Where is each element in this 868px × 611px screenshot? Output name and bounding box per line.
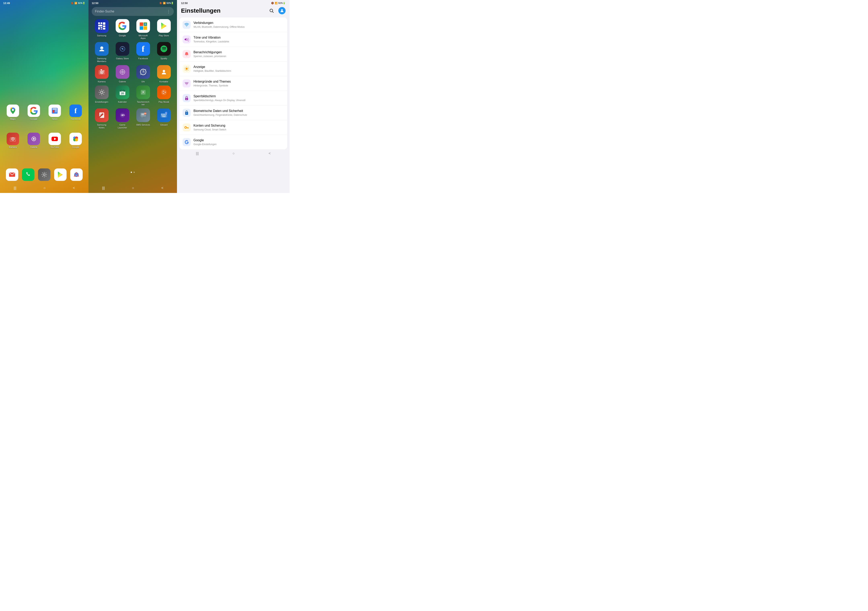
galerie-icon	[28, 133, 40, 145]
dock-playstore[interactable]	[54, 169, 67, 181]
wifi-icon: 📶	[74, 2, 77, 5]
drawer-app-kontakte[interactable]: Kontakte	[155, 65, 173, 83]
settings-item-biometrie[interactable]: Biometrische Daten und Sicherheit Gesich…	[180, 105, 287, 120]
kontakte-icon	[157, 65, 171, 79]
app-galerie-home[interactable]: Galerie	[25, 133, 43, 148]
settings-item-themes[interactable]: Hintergründe und Themes Hintergründe, Th…	[180, 76, 287, 91]
drawer-app-galaxystore[interactable]: Galaxy Store	[113, 42, 132, 62]
settings-header-icons	[268, 7, 285, 14]
smsservices-label: SMS Services	[136, 124, 150, 126]
settings-search-btn[interactable]	[268, 7, 275, 14]
verbindungen-icon-wrap	[183, 21, 191, 29]
drawer-app-spotify[interactable]: Spotify	[155, 42, 173, 62]
drawer-app-google[interactable]: Google	[113, 19, 132, 40]
settings-item-sperrbildschirm[interactable]: Sperrbildschirm Sperrbildschirmtyp, Alwa…	[180, 91, 287, 105]
settings-nav-menu[interactable]: |||	[196, 152, 199, 156]
home-screen-panel: 12:49 🔕 📶 51%🔋 Maps	[0, 0, 88, 193]
drawer-app-einstellungen[interactable]: Einstellungen	[93, 85, 111, 106]
konten-subtitle: Samsung Cloud, Smart Switch	[194, 128, 284, 131]
app-facebook[interactable]: f Facebook	[67, 105, 84, 121]
app-drawer-panel: 12:50 🔕 📶 51%🔋 Finder-Suche ⋮	[88, 0, 177, 193]
playstore-label: Play Store	[159, 34, 169, 37]
drawer-app-playstore[interactable]: Play Store	[155, 19, 173, 40]
drawer-app-gamelauncher[interactable]: Game Launcher	[113, 108, 132, 129]
benachrichtigungen-subtitle: Sperren, zulassen, priorisieren	[194, 55, 284, 58]
drawer-search-more-icon[interactable]: ⋮	[166, 9, 170, 14]
dock-settings[interactable]	[38, 169, 51, 181]
benachrichtigungen-title: Benachrichtigungen	[194, 50, 284, 54]
settings-avatar[interactable]	[278, 7, 285, 14]
settings-item-benachrichtigungen[interactable]: Benachrichtigungen Sperren, zulassen, pr…	[180, 47, 287, 62]
members-icon	[95, 42, 108, 56]
settings-item-google[interactable]: Google Google-Einstellungen	[180, 135, 287, 149]
svg-point-48	[103, 70, 104, 71]
kamera-home-label: Kamera	[9, 146, 17, 148]
dock-chrome[interactable]	[70, 169, 83, 181]
svg-text:−: −	[144, 90, 145, 92]
dock-phone[interactable]	[22, 169, 34, 181]
anzeige-title: Anzeige	[194, 65, 284, 69]
mute-icon: 🔕	[71, 2, 74, 5]
settings-header: Einstellungen	[177, 5, 290, 17]
biometrie-icon-wrap	[183, 109, 191, 117]
playmusik-label: Play Musik	[158, 101, 169, 103]
app-google2-home[interactable]: Google	[67, 133, 84, 148]
settings-item-konten[interactable]: Konten und Sicherung Samsung Cloud, Smar…	[180, 120, 287, 135]
nav-back-btn[interactable]: <	[73, 186, 75, 190]
app-maps[interactable]: Maps	[4, 105, 22, 121]
gamelauncher-icon	[116, 108, 129, 122]
drawer-app-kamera[interactable]: Kamera	[93, 65, 111, 83]
drawer-nav-back[interactable]: <	[161, 186, 163, 190]
drawer-google-icon	[116, 19, 129, 33]
drawer-mute-icon: 🔕	[159, 2, 162, 5]
drawer-app-galerie[interactable]: Galerie	[113, 65, 132, 83]
sperrbildschirm-title: Sperrbildschirm	[194, 94, 284, 99]
maps-icon	[7, 105, 19, 117]
settings-item-toene[interactable]: Töne und Vibration Tonmodus, Klingelton,…	[180, 32, 287, 47]
drawer-app-snotes[interactable]: Samsung Notes	[93, 108, 111, 129]
drawer-wifi-icon: 📶	[163, 2, 166, 5]
svg-rect-31	[101, 27, 102, 28]
drawer-app-uhr[interactable]: Uhr	[134, 65, 152, 83]
app-kamera-home[interactable]: Kamera	[4, 133, 22, 148]
drawer-app-smsservices[interactable]: SIM SMS Services	[134, 108, 152, 129]
kamera-icon	[7, 133, 19, 145]
drawer-app-microsoft[interactable]: O Microsoft Apps	[134, 19, 152, 40]
app-youtube-home[interactable]: YouTube	[46, 133, 64, 148]
drawer-app-facebook[interactable]: f Facebook	[134, 42, 152, 62]
svg-rect-114	[185, 84, 188, 84]
settings-nav-home[interactable]: ○	[232, 152, 235, 156]
drawer-nav-home[interactable]: ○	[132, 186, 134, 190]
verbindungen-title: Verbindungen	[194, 21, 284, 25]
chrome-icon	[70, 169, 83, 181]
drawer-nav-menu[interactable]: |||	[102, 186, 105, 190]
drawer-app-samsung[interactable]: Samsung	[93, 19, 111, 40]
svg-rect-93	[141, 114, 144, 115]
drawer-app-playmusik[interactable]: Play Musik	[155, 85, 173, 106]
app-google[interactable]: Google	[25, 105, 43, 121]
gboard-label: Gboard	[160, 124, 167, 126]
uhr-label: Uhr	[141, 80, 145, 83]
drawer-app-rechner[interactable]: ± + − × ÷ Taschenrech ner	[134, 85, 152, 106]
drawer-app-kalender[interactable]: CAL 20 Kalender	[113, 85, 132, 106]
news-icon	[48, 105, 61, 117]
benachrichtigungen-text: Benachrichtigungen Sperren, zulassen, pr…	[194, 50, 284, 58]
settings-item-verbindungen[interactable]: Verbindungen WLAN, Bluetooth, Datennutzu…	[180, 17, 287, 32]
svg-rect-112	[185, 83, 188, 84]
biometrie-title: Biometrische Daten und Sicherheit	[194, 109, 284, 113]
drawer-kamera-label: Kamera	[98, 80, 105, 83]
nav-home-btn[interactable]: ○	[43, 186, 46, 190]
drawer-search-bar[interactable]: Finder-Suche ⋮	[92, 7, 174, 16]
settings-google-text: Google Google-Einstellungen	[194, 138, 284, 146]
anzeige-text: Anzeige Helligkeit, Blaufilter, Startbil…	[194, 65, 284, 73]
app-news[interactable]: News	[46, 105, 64, 121]
konten-text: Konten und Sicherung Samsung Cloud, Smar…	[194, 124, 284, 131]
svg-point-46	[101, 71, 102, 73]
google2-home-label: Google	[72, 146, 79, 148]
drawer-app-members[interactable]: Samsung Members	[93, 42, 111, 62]
drawer-app-gboard[interactable]: G Gboard	[155, 108, 173, 129]
settings-nav-back[interactable]: <	[268, 152, 271, 156]
dock-mail[interactable]	[6, 169, 18, 181]
settings-item-anzeige[interactable]: Anzeige Helligkeit, Blaufilter, Startbil…	[180, 62, 287, 76]
nav-menu-btn[interactable]: |||	[14, 186, 16, 190]
